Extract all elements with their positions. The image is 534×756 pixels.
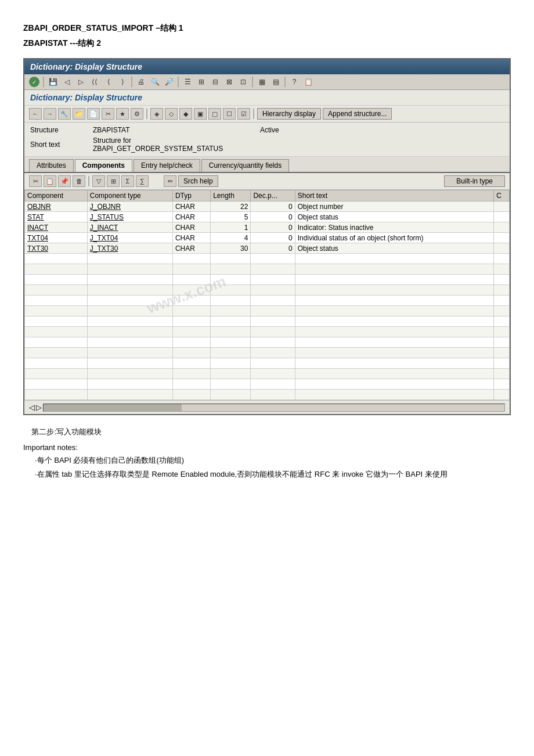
find-icon[interactable]: 🔍 xyxy=(149,76,161,88)
table-container: www.x.com Component Component type DTyp … xyxy=(24,190,510,400)
help-icon[interactable]: ? xyxy=(288,76,301,88)
paste-icon[interactable]: 📌 xyxy=(58,175,71,187)
t6-icon[interactable]: ⚙ xyxy=(131,108,143,120)
table-row-empty xyxy=(25,275,510,285)
t8-icon[interactable]: ◇ xyxy=(165,108,178,120)
cell-component[interactable]: INACT xyxy=(25,222,88,233)
sap-title-bar: Dictionary: Display Structure xyxy=(24,59,510,74)
settings-icon1[interactable]: ☰ xyxy=(181,76,194,88)
nav-forward-icon[interactable]: ▷ xyxy=(74,76,87,88)
scroll-left-icon[interactable]: ◁ xyxy=(29,403,35,412)
settings-icon2[interactable]: ⊞ xyxy=(195,76,208,88)
prev-icon[interactable]: ⟨ xyxy=(102,76,115,88)
scroll-right-icon[interactable]: ▷ xyxy=(36,403,42,412)
table-row-empty xyxy=(25,264,510,275)
table-row[interactable]: OBJNR J_OBJNR CHAR 22 0 Object number xyxy=(25,201,510,212)
save-icon[interactable]: 💾 xyxy=(46,76,59,88)
delete-row-icon[interactable]: 🗑 xyxy=(73,175,85,187)
cell-dec: 0 xyxy=(251,222,295,233)
col-header-comp-type: Component type xyxy=(87,190,172,201)
scrollbar-area: ◁ ▷ xyxy=(24,400,510,414)
cell-comp-type[interactable]: J_TXT30 xyxy=(87,243,172,254)
status-label: Active xyxy=(260,126,306,134)
table-row[interactable]: TXT30 J_TXT30 CHAR 30 0 Object status xyxy=(25,243,510,254)
table-row[interactable]: STAT J_STATUS CHAR 5 0 Object status xyxy=(25,212,510,222)
t2-icon[interactable]: 📁 xyxy=(73,108,85,120)
next-icon[interactable]: ⟩ xyxy=(116,76,129,88)
back-btn[interactable]: ← xyxy=(29,108,42,120)
cell-dec: 0 xyxy=(251,233,295,243)
table-row-empty xyxy=(25,379,510,390)
sap-grid-toolbar: ✂ 📋 📌 🗑 ▽ ⊞ Σ ∑ ✏ Srch help Built-in typ… xyxy=(24,173,510,190)
sum-icon[interactable]: Σ xyxy=(121,175,134,187)
total-icon[interactable]: ∑ xyxy=(136,175,149,187)
tab-components[interactable]: Components xyxy=(75,159,132,172)
t7-icon[interactable]: ◈ xyxy=(150,108,163,120)
horizontal-scrollbar[interactable] xyxy=(43,404,505,412)
nav-back-icon[interactable]: ◁ xyxy=(60,76,73,88)
cell-component[interactable]: STAT xyxy=(25,212,88,222)
srch-help-button[interactable]: Srch help xyxy=(178,175,218,187)
forward-btn[interactable]: → xyxy=(44,108,56,120)
check-icon[interactable]: ✓ xyxy=(28,76,41,88)
find-next-icon[interactable]: 🔎 xyxy=(163,76,175,88)
col-header-dtyp: DTyp xyxy=(172,190,210,201)
layout-icon1[interactable]: ▦ xyxy=(255,76,268,88)
table-row[interactable]: TXT04 J_TXT04 CHAR 4 0 Individual status… xyxy=(25,233,510,243)
cell-short-text: Individual status of an object (short fo… xyxy=(295,233,493,243)
builtin-type-button[interactable]: Built-in type xyxy=(444,175,505,187)
pencil-icon[interactable]: ✏ xyxy=(164,175,176,187)
tab-entry-help[interactable]: Entry help/check xyxy=(134,159,200,172)
components-table: Component Component type DTyp Length Dec… xyxy=(24,190,510,400)
t3-icon[interactable]: 📄 xyxy=(87,108,100,120)
copy-icon[interactable]: 📋 xyxy=(44,175,56,187)
tab-attributes[interactable]: Attributes xyxy=(29,159,74,172)
cell-comp-type[interactable]: J_STATUS xyxy=(87,212,172,222)
settings-icon5[interactable]: ⊡ xyxy=(237,76,250,88)
toolbar-separator-5 xyxy=(284,77,286,87)
cell-dtyp: CHAR xyxy=(172,222,210,233)
col-header-length: Length xyxy=(211,190,251,201)
sap-tabs: Attributes Components Entry help/check C… xyxy=(24,157,510,173)
t10-icon[interactable]: ▣ xyxy=(194,108,207,120)
info-icon[interactable]: 📋 xyxy=(302,76,315,88)
cell-length: 22 xyxy=(211,201,251,212)
cell-component[interactable]: OBJNR xyxy=(25,201,88,212)
cell-c xyxy=(494,243,510,254)
hierarchy-display-button[interactable]: Hierarchy display xyxy=(257,108,321,120)
toolbar-separator-2 xyxy=(131,77,132,87)
settings-icon3[interactable]: ⊟ xyxy=(209,76,222,88)
cell-short-text: Indicator: Status inactive xyxy=(295,222,493,233)
t12-icon[interactable]: ☐ xyxy=(223,108,236,120)
cell-comp-type[interactable]: J_OBJNR xyxy=(87,201,172,212)
tab-currency[interactable]: Currency/quantity fields xyxy=(201,159,289,172)
cell-component[interactable]: TXT04 xyxy=(25,233,88,243)
check-circle-icon: ✓ xyxy=(29,77,39,87)
cell-dtyp: CHAR xyxy=(172,233,210,243)
table-row-empty xyxy=(25,348,510,358)
cut-icon[interactable]: ✂ xyxy=(29,175,42,187)
append-structure-button[interactable]: Append structure... xyxy=(323,108,392,120)
toolbar2-separator-2 xyxy=(253,109,254,119)
t4-icon[interactable]: ✂ xyxy=(102,108,114,120)
cell-comp-type[interactable]: J_TXT04 xyxy=(87,233,172,243)
t5-icon[interactable]: ★ xyxy=(116,108,129,120)
t13-icon[interactable]: ☑ xyxy=(237,108,250,120)
cell-component[interactable]: TXT30 xyxy=(25,243,88,254)
sort-icon[interactable]: ⊞ xyxy=(107,175,120,187)
notes-label: Important notes: xyxy=(23,443,511,452)
layout-icon2[interactable]: ▤ xyxy=(269,76,282,88)
t11-icon[interactable]: ▢ xyxy=(208,108,221,120)
table-row-empty xyxy=(25,358,510,369)
filter-icon[interactable]: ▽ xyxy=(92,175,105,187)
cell-dtyp: CHAR xyxy=(172,243,210,254)
first-icon[interactable]: ⟨⟨ xyxy=(88,76,101,88)
t9-icon[interactable]: ◆ xyxy=(179,108,192,120)
settings-icon4[interactable]: ⊠ xyxy=(223,76,236,88)
print-icon[interactable]: 🖨 xyxy=(135,76,147,88)
sap-toolbar1: ✓ 💾 ◁ ▷ ⟨⟨ ⟨ ⟩ 🖨 🔍 🔎 ☰ ⊞ ⊟ ⊠ ⊡ ▦ ▤ ? 📋 xyxy=(24,74,510,90)
cell-comp-type[interactable]: J_INACT xyxy=(87,222,172,233)
table-row[interactable]: INACT J_INACT CHAR 1 0 Indicator: Status… xyxy=(25,222,510,233)
t1-icon[interactable]: 🔧 xyxy=(58,108,71,120)
col-header-dec: Dec.p... xyxy=(251,190,295,201)
